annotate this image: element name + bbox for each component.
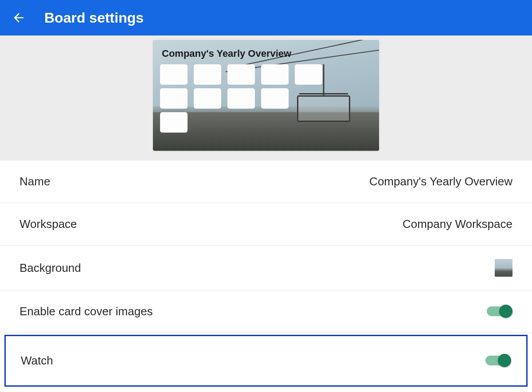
setting-label: Name xyxy=(20,175,50,188)
background-thumbnail xyxy=(495,259,512,277)
setting-row-name[interactable]: Name Company's Yearly Overview xyxy=(0,161,532,203)
setting-value: Company's Yearly Overview xyxy=(369,175,512,188)
list-column xyxy=(227,64,255,133)
setting-row-watch[interactable]: Watch xyxy=(4,335,528,387)
setting-row-workspace[interactable]: Workspace Company Workspace xyxy=(0,203,532,246)
preview-card xyxy=(227,88,255,109)
preview-card xyxy=(261,64,289,85)
list-column xyxy=(261,64,289,133)
setting-row-background[interactable]: Background xyxy=(0,246,532,290)
preview-card xyxy=(295,64,322,85)
toggle-thumb xyxy=(499,305,512,318)
page-title: Board settings xyxy=(44,10,144,26)
board-preview-lists xyxy=(160,64,322,133)
back-button[interactable] xyxy=(11,10,27,26)
setting-label: Background xyxy=(20,261,81,275)
settings-list: Name Company's Yearly Overview Workspace… xyxy=(0,161,532,387)
preview-card xyxy=(261,88,289,109)
toggle-thumb xyxy=(498,354,511,367)
watch-toggle[interactable] xyxy=(485,354,511,368)
card-cover-toggle[interactable] xyxy=(487,305,512,318)
board-preview-title: Company's Yearly Overview xyxy=(162,48,291,59)
list-column xyxy=(194,64,221,133)
list-column xyxy=(160,64,188,133)
setting-row-card-cover[interactable]: Enable card cover images xyxy=(0,290,532,333)
header-bar: Board settings xyxy=(0,0,532,35)
setting-label: Enable card cover images xyxy=(20,305,153,318)
setting-label: Workspace xyxy=(20,217,77,231)
board-preview-card[interactable]: Company's Yearly Overview xyxy=(153,40,379,151)
board-preview-area: Company's Yearly Overview xyxy=(0,35,532,161)
preview-card xyxy=(160,64,188,85)
preview-card xyxy=(227,64,255,85)
preview-card xyxy=(194,88,221,109)
setting-label: Watch xyxy=(21,354,53,368)
preview-card xyxy=(194,64,221,85)
preview-card xyxy=(160,88,188,109)
arrow-left-icon xyxy=(12,11,26,25)
preview-card xyxy=(160,112,188,133)
setting-value: Company Workspace xyxy=(403,217,512,231)
list-column xyxy=(295,64,322,133)
